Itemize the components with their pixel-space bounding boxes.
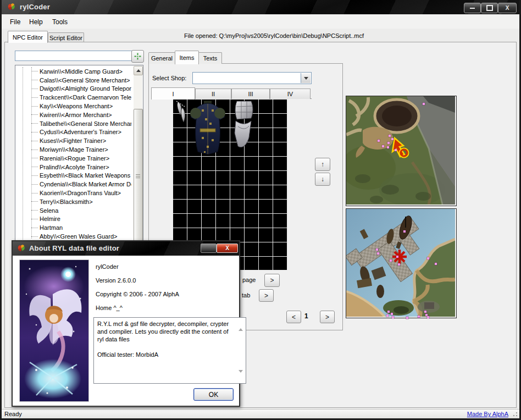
npc-name: Kay\\<Weapons Merchant> xyxy=(40,103,113,109)
tree-leader xyxy=(31,175,38,176)
prev-page-button[interactable]: < xyxy=(286,311,301,323)
shop-tab-1[interactable]: I xyxy=(151,87,195,100)
tree-leader xyxy=(31,184,38,185)
npc-tree-item[interactable]: Helmire xyxy=(31,215,131,224)
npc-name: Hartman xyxy=(40,224,63,231)
npc-tree-item[interactable]: Karwin\\<Middle Camp Guard> xyxy=(31,67,131,76)
item-sprite-armor[interactable] xyxy=(189,101,227,156)
npc-tree-item[interactable]: Kuses\\<Fighter Trainer> xyxy=(31,136,131,145)
npc-tree-item[interactable]: Cydus\\<Adventurer's Trainer> xyxy=(31,128,131,137)
tab-general[interactable]: General xyxy=(148,52,175,64)
tree-leader xyxy=(31,97,38,98)
about-artwork-image xyxy=(19,259,89,402)
npc-tree-item[interactable]: Kwiren\\<Armor Merchant> xyxy=(31,110,131,119)
shop-tab-4-label: IV xyxy=(287,91,293,97)
npc-tree-item[interactable]: Moriwyn\\<Mage Trainer> xyxy=(31,145,131,154)
npc-tree-item[interactable]: Esybeth\\<Black Market Weapons I xyxy=(31,172,131,180)
down-arrow-icon: ↓ xyxy=(321,175,324,183)
find-npc-button[interactable] xyxy=(131,50,144,63)
about-tester: Official tester: MorbidA xyxy=(97,351,236,358)
map-local-view[interactable] xyxy=(346,208,457,318)
npc-tree-item[interactable]: Calas\\<General Store Merchant> xyxy=(31,76,131,85)
npc-tree-item[interactable]: Pralind\\<Acolyte Trainer> xyxy=(31,163,131,172)
npc-tree-item[interactable]: Hartman xyxy=(31,223,131,232)
about-home-link[interactable]: Home ^_^ xyxy=(96,305,123,311)
npc-location-dot xyxy=(387,311,390,313)
npc-location-dot xyxy=(387,146,389,148)
tab-general-label: General xyxy=(151,55,173,62)
item-sprite-pendant[interactable] xyxy=(174,100,188,128)
shop-tab-4[interactable]: IV xyxy=(270,89,311,99)
npc-tree-item[interactable]: Abby\\<Green Wales Guard> xyxy=(31,232,131,241)
resize-grip[interactable] xyxy=(511,410,518,417)
select-shop-combobox[interactable] xyxy=(192,72,312,84)
npc-location-dot xyxy=(395,149,397,151)
about-dialog-titlebar[interactable]: About RYL data file editor X xyxy=(13,241,239,256)
tab-texts[interactable]: Texts xyxy=(198,52,222,64)
titlebar[interactable]: rylCoder X xyxy=(2,0,519,14)
about-version: Version 2.6.0.0 xyxy=(96,277,136,284)
app-logo-icon xyxy=(7,3,16,12)
scroll-down-icon[interactable] xyxy=(239,372,243,380)
npc-location-dot xyxy=(391,138,393,140)
menu-help[interactable]: Help xyxy=(29,18,43,26)
npc-tree-item[interactable]: Selena xyxy=(31,206,131,215)
npc-tree-item[interactable]: Kaorien\\<DragonTrans Vault> xyxy=(31,189,131,197)
npc-tree-item[interactable]: Cyndenia\\<Black Market Armor De xyxy=(31,180,131,189)
combo-dropdown-button[interactable] xyxy=(301,73,311,83)
tree-leader xyxy=(31,150,38,150)
close-button[interactable]: X xyxy=(498,3,517,13)
npc-location-dot xyxy=(392,316,394,318)
tree-leader xyxy=(31,132,38,132)
map-world-view[interactable] xyxy=(346,96,457,206)
minimize-button[interactable] xyxy=(464,3,481,13)
npc-name: Talibethe\\<General Store Merchan xyxy=(40,120,131,127)
dialog-blank-button[interactable] xyxy=(201,244,217,253)
npc-tree-item[interactable]: Kay\\<Weapons Merchant> xyxy=(31,102,131,110)
npc-location-dot xyxy=(406,317,408,319)
scroll-up-button[interactable] xyxy=(134,66,143,75)
npc-name: Helmire xyxy=(40,215,60,222)
move-item-up-button[interactable]: ↑ xyxy=(315,158,330,171)
npc-location-dot xyxy=(403,230,406,233)
copy-tab-button[interactable]: > xyxy=(259,289,274,302)
tab-npc-editor[interactable]: NPC Editor xyxy=(8,31,48,43)
made-by-link[interactable]: Made By AlphA xyxy=(467,411,508,417)
npc-name: Selena xyxy=(40,207,58,214)
npc-location-dot xyxy=(390,259,392,262)
copy-page-button[interactable]: > xyxy=(264,274,280,287)
npc-list: Karwin\\<Middle Camp Guard> Calas\\<Gene… xyxy=(31,67,131,241)
menu-file[interactable]: File xyxy=(10,18,20,26)
shop-tab-2[interactable]: II xyxy=(195,89,231,99)
move-item-down-button[interactable]: ↓ xyxy=(315,173,330,186)
ok-button[interactable]: OK xyxy=(193,388,234,401)
chevron-right-icon: > xyxy=(270,277,274,284)
item-sprite-gauntlet[interactable] xyxy=(230,100,257,151)
next-page-button[interactable]: > xyxy=(320,311,335,323)
npc-name: Calas\\<General Store Merchant> xyxy=(40,77,130,84)
npc-tree-item[interactable]: Rarenia\\<Rogue Trainer> xyxy=(31,154,131,163)
npc-tree-item[interactable]: Talibethe\\<General Store Merchan xyxy=(31,119,131,128)
about-app-name: rylCoder xyxy=(96,263,119,270)
shop-tab-3-label: III xyxy=(248,91,253,97)
scroll-up-icon[interactable] xyxy=(239,321,243,329)
tree-leader xyxy=(31,201,38,202)
npc-location-dot xyxy=(427,257,429,259)
npc-tree-item[interactable]: Trackcent\\<Dark Caernarvon Tele xyxy=(31,93,131,102)
about-dialog-icon xyxy=(17,244,26,253)
tree-leader xyxy=(31,89,38,89)
chevron-left-icon: < xyxy=(292,313,296,321)
npc-tree-item[interactable]: Dwigot\\<Almighty Ground Teleport xyxy=(31,85,131,93)
tree-leader xyxy=(31,106,38,107)
maximize-button[interactable] xyxy=(481,3,498,13)
shop-tab-3[interactable]: III xyxy=(231,89,270,99)
about-description-box[interactable]: R.Y.L mcf & gsf file decrypter, decompil… xyxy=(93,317,246,384)
tab-items[interactable]: Items xyxy=(175,51,199,64)
tab-items-label: Items xyxy=(180,54,195,61)
npc-tree-item[interactable]: Terry\\<Blacksmith> xyxy=(31,197,131,206)
dialog-close-button[interactable]: X xyxy=(217,244,238,253)
npc-name: Pralind\\<Acolyte Trainer> xyxy=(40,164,109,170)
menu-tools[interactable]: Tools xyxy=(52,18,68,26)
npc-search-input[interactable] xyxy=(15,51,133,61)
tab-npc-editor-label: NPC Editor xyxy=(13,34,43,41)
